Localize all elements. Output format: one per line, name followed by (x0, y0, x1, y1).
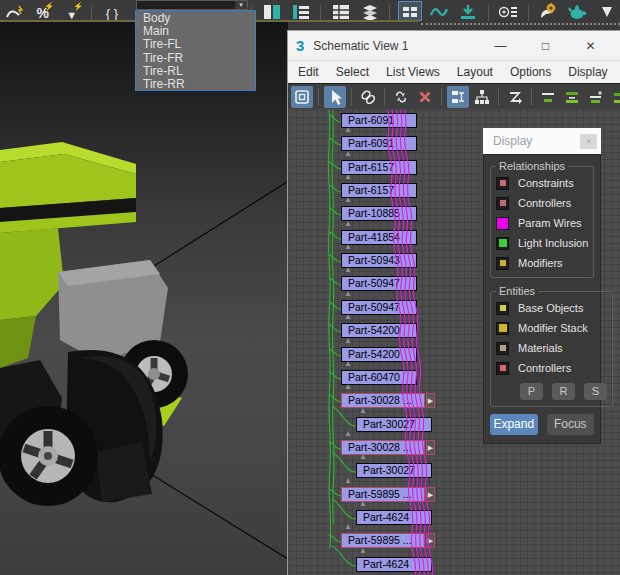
color-swatch-icon[interactable] (496, 237, 509, 250)
schematic-node[interactable]: Part-54200 (341, 347, 417, 362)
entity-base-objects[interactable]: Base Objects (496, 298, 607, 318)
chevron-down-icon[interactable]: ▼ (235, 1, 247, 9)
toolbar-separator (528, 5, 529, 21)
checkbox-label: Constraints (518, 177, 574, 189)
schematic-node[interactable]: Part-41854 (341, 230, 417, 245)
wire-curve-icon[interactable] (2, 1, 25, 21)
entity-controllers[interactable]: Controllers (496, 358, 607, 378)
node-expand-arrow[interactable]: ▶ (426, 487, 435, 502)
menu-list-views[interactable]: List Views (386, 65, 440, 79)
grid-layout-icon[interactable] (398, 1, 421, 21)
schematic-node[interactable]: Part-50947 (341, 276, 417, 291)
relationship-light-inclusion[interactable]: Light Inclusion (496, 233, 588, 253)
color-swatch-icon[interactable] (496, 342, 509, 355)
application-window: %⚡ ▼⚡ { } (0, 0, 620, 575)
wire-percent-icon[interactable]: %⚡ (31, 1, 54, 21)
display-floater-icon[interactable] (291, 86, 313, 108)
partial-icon[interactable] (595, 1, 618, 21)
layers-icon[interactable] (358, 1, 381, 21)
curve-editor-icon[interactable] (428, 1, 451, 21)
menu-options[interactable]: Options (510, 65, 551, 79)
dropdown-option-tire-fl[interactable]: Tire-FL (143, 38, 255, 51)
table-icon[interactable] (329, 1, 352, 21)
parameter-combobox[interactable]: ▼ (136, 0, 248, 10)
wire-arrow-icon[interactable]: ▼⚡ (60, 1, 83, 21)
r-button[interactable]: R (552, 383, 575, 400)
schematic-node[interactable]: Part-54200 (341, 323, 417, 338)
entities-group-title: Entities (496, 285, 538, 297)
node-expand-arrow[interactable]: ▶ (426, 440, 435, 455)
relationship-modifiers[interactable]: Modifiers (496, 253, 588, 273)
link-icon[interactable] (357, 86, 379, 108)
menu-edit[interactable]: Edit (298, 65, 319, 79)
node-expand-arrow[interactable]: ▶ (426, 393, 435, 408)
hierarchy-mode-icon[interactable] (447, 86, 469, 108)
schematic-node[interactable]: Part-59895 ... (341, 487, 425, 502)
download-icon[interactable] (457, 1, 480, 21)
arrange-icon[interactable] (504, 86, 526, 108)
delete-icon[interactable] (414, 86, 436, 108)
hand-gear-icon[interactable] (537, 1, 560, 21)
menu-display[interactable]: Display (568, 65, 607, 79)
color-swatch-icon[interactable] (496, 177, 509, 190)
braces-icon[interactable]: { } (100, 1, 123, 21)
collapse-marker-icon: ▲ (359, 453, 367, 461)
close-button[interactable]: ✕ (568, 39, 613, 53)
schematic-node[interactable]: Part-59895 ... (341, 533, 425, 548)
relationship-controllers[interactable]: Controllers (496, 193, 588, 213)
teapot-icon[interactable] (566, 1, 589, 21)
schematic-node[interactable]: Part-30027 (356, 463, 432, 478)
schematic-node[interactable]: Part-50947 (341, 300, 417, 315)
dropdown-option-tire-rr[interactable]: Tire-RR (143, 78, 255, 91)
relationship-constraints[interactable]: Constraints (496, 173, 588, 193)
color-swatch-icon[interactable] (496, 217, 509, 230)
entity-modifier-stack[interactable]: Modifier Stack (496, 318, 607, 338)
node-expand-arrow[interactable]: ▶ (426, 533, 435, 548)
reference-mode-icon[interactable] (471, 86, 493, 108)
toolbar-separator (91, 5, 92, 21)
color-swatch-icon[interactable] (496, 302, 509, 315)
unlink-icon[interactable] (390, 86, 412, 108)
schematic-node[interactable]: Part-30028 ... (341, 393, 425, 408)
list-layout-icon[interactable] (289, 1, 312, 21)
schematic-node[interactable]: Part-4624 (356, 557, 432, 572)
schematic-node[interactable]: Part-10885 (341, 206, 417, 221)
schematic-node[interactable]: Part-30027 (356, 417, 432, 432)
window-title-bar[interactable]: 3 Schematic View 1 — □ ✕ (288, 31, 620, 60)
schematic-node[interactable]: Part-6157 (341, 183, 417, 198)
align-icon-3[interactable] (585, 86, 607, 108)
close-icon[interactable]: ✕ (580, 134, 597, 149)
schematic-node[interactable]: Part-6091 (341, 136, 417, 151)
display-panel-title-bar[interactable]: Display ✕ (483, 128, 601, 154)
expand-button[interactable]: Expand (490, 414, 538, 435)
checkbox-label: Param Wires (518, 217, 582, 229)
color-swatch-icon[interactable] (496, 322, 509, 335)
schematic-node[interactable]: Part-4624 (356, 510, 432, 525)
relationship-param-wires[interactable]: Param Wires (496, 213, 588, 233)
align-icon-1[interactable] (537, 86, 559, 108)
focus-button[interactable]: Focus (547, 414, 595, 435)
entity-materials[interactable]: Materials (496, 338, 607, 358)
color-swatch-icon[interactable] (496, 197, 509, 210)
select-icon[interactable] (324, 86, 346, 108)
s-button[interactable]: S (584, 383, 607, 400)
collapse-marker-icon: ▲ (344, 173, 352, 181)
split-view-icon[interactable] (260, 1, 283, 21)
schematic-node[interactable]: Part-6091 (341, 113, 417, 128)
schematic-node[interactable]: Part-30028 ... (341, 440, 425, 455)
schematic-node[interactable]: Part-50943 (341, 253, 417, 268)
minimize-button[interactable]: — (478, 39, 523, 53)
p-button[interactable]: P (520, 383, 543, 400)
schematic-node[interactable]: Part-6157 (341, 160, 417, 175)
dropdown-option-tire-fr[interactable]: Tire-FR (143, 52, 255, 65)
maximize-button[interactable]: □ (523, 39, 568, 53)
viewport-3d[interactable] (0, 22, 288, 575)
color-swatch-icon[interactable] (496, 362, 509, 375)
schematic-node[interactable]: Part-60470 (341, 370, 417, 385)
color-swatch-icon[interactable] (496, 257, 509, 270)
menu-select[interactable]: Select (336, 65, 369, 79)
schematic-list-icon[interactable] (497, 1, 520, 21)
align-icon-4[interactable] (609, 86, 620, 108)
align-icon-2[interactable] (561, 86, 583, 108)
menu-layout[interactable]: Layout (457, 65, 493, 79)
